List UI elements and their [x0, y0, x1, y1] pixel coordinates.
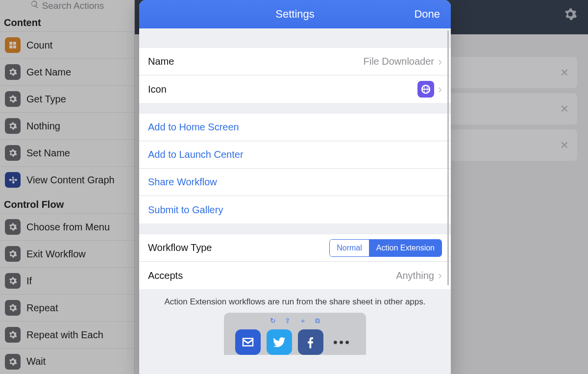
share-sheet-illustration: ↻ ⇪ ＋ ⧉ ••• [224, 313, 366, 355]
chevron-right-icon: › [438, 269, 442, 282]
globe-icon [420, 84, 431, 95]
sidebar-action-item[interactable]: Wait [0, 348, 134, 374]
sidebar-action-label: Nothing [26, 121, 60, 132]
share-icon: ⇪ [285, 317, 291, 325]
search-icon [30, 0, 39, 11]
settings-gear-icon[interactable] [564, 7, 577, 21]
gear-icon [5, 91, 21, 107]
search-placeholder: Search Actions [42, 0, 104, 11]
gear-icon [5, 354, 21, 370]
sidebar-action-label: Get Type [26, 94, 66, 105]
close-icon[interactable]: × [561, 102, 568, 116]
sidebar-action-label: Choose from Menu [26, 222, 110, 233]
sidebar-action-label: Wait [26, 356, 46, 367]
mini-toolbar: ↻ ⇪ ＋ ⧉ [229, 317, 361, 325]
settings-sheet: Settings Done Name File Downloader › Ico… [139, 0, 451, 374]
accepts-label: Accepts [148, 270, 183, 281]
workflow-type-option[interactable]: Action Extension [369, 240, 441, 256]
more-apps-icon: ••• [329, 329, 355, 355]
gear-icon [5, 64, 21, 80]
icon-label: Icon [148, 84, 167, 95]
close-icon[interactable]: × [561, 66, 568, 79]
sidebar-action-item[interactable]: If [0, 267, 134, 294]
facebook-app-icon [298, 329, 323, 355]
tabs-icon: ⧉ [315, 317, 320, 325]
scroll-indicator [447, 30, 449, 285]
sidebar-action-label: If [26, 275, 32, 287]
sidebar-action-item[interactable]: Choose from Menu [0, 213, 134, 240]
sidebar-action-label: Count [26, 40, 52, 51]
sidebar-action-item[interactable]: Repeat [0, 294, 134, 321]
gear-icon [5, 145, 21, 161]
sidebar-action-item[interactable]: Get Name [0, 58, 134, 85]
name-row[interactable]: Name File Downloader › [139, 48, 451, 75]
settings-action-link[interactable]: Submit to Gallery [139, 196, 451, 224]
settings-action-link[interactable]: Share Workflow [139, 169, 451, 196]
chevron-right-icon: › [438, 55, 442, 69]
workflow-type-label: Workflow Type [148, 242, 212, 253]
name-label: Name [148, 56, 174, 67]
settings-action-link[interactable]: Add to Home Screen [139, 114, 451, 141]
workflow-icon-preview [417, 81, 434, 98]
gear-icon [5, 246, 21, 262]
twitter-app-icon [267, 329, 292, 355]
plus-icon: ＋ [299, 317, 306, 325]
footer-note: Action Extension workflows are run from … [139, 289, 451, 313]
sidebar-action-label: Set Name [26, 148, 70, 159]
sidebar-action-label: Repeat with Each [26, 329, 103, 341]
name-value: File Downloader [363, 56, 434, 67]
search-actions-field[interactable]: Search Actions [0, 0, 134, 11]
sheet-body[interactable]: Name File Downloader › Icon › Add to Hom… [139, 28, 451, 374]
gear-icon [5, 273, 21, 289]
sheet-header: Settings Done [139, 0, 451, 28]
chevron-right-icon: › [438, 82, 442, 96]
sidebar-action-label: Repeat [26, 302, 58, 314]
sidebar-action-item[interactable]: Count [0, 31, 134, 58]
sidebar-action-item[interactable]: Get Type [0, 85, 134, 112]
refresh-icon: ↻ [270, 317, 276, 325]
workflow-type-option[interactable]: Normal [330, 240, 369, 256]
sidebar-action-item[interactable]: Exit Workflow [0, 240, 134, 267]
sidebar-action-item[interactable]: Nothing [0, 112, 134, 139]
count-icon [5, 37, 21, 53]
actions-sidebar: Search Actions ContentCountGet NameGet T… [0, 0, 135, 374]
gear-icon [5, 118, 21, 134]
sidebar-action-item[interactable]: Set Name [0, 139, 134, 166]
workflow-type-segmented[interactable]: NormalAction Extension [329, 239, 442, 257]
sidebar-section-header: Content [0, 11, 134, 31]
mail-app-icon [235, 329, 261, 355]
settings-action-link[interactable]: Add to Launch Center [139, 141, 451, 169]
sidebar-action-label: Get Name [26, 67, 71, 78]
accepts-row[interactable]: Accepts Anything › [139, 262, 451, 289]
gear-icon [5, 219, 21, 235]
gear-icon [5, 300, 21, 316]
accepts-value: Anything [396, 270, 434, 281]
sheet-title: Settings [275, 8, 315, 21]
sidebar-action-label: View Content Graph [26, 175, 115, 186]
icon-row[interactable]: Icon › [139, 75, 451, 103]
gear-icon [5, 327, 21, 343]
sidebar-section-header: Control Flow [0, 193, 134, 213]
workflow-type-row: Workflow Type NormalAction Extension [139, 234, 451, 262]
graph-icon [5, 172, 21, 188]
sidebar-action-label: Exit Workflow [26, 249, 86, 260]
close-icon[interactable]: × [561, 138, 568, 152]
done-button[interactable]: Done [414, 0, 440, 28]
sidebar-action-item[interactable]: View Content Graph [0, 166, 134, 193]
sidebar-action-item[interactable]: Repeat with Each [0, 321, 134, 348]
